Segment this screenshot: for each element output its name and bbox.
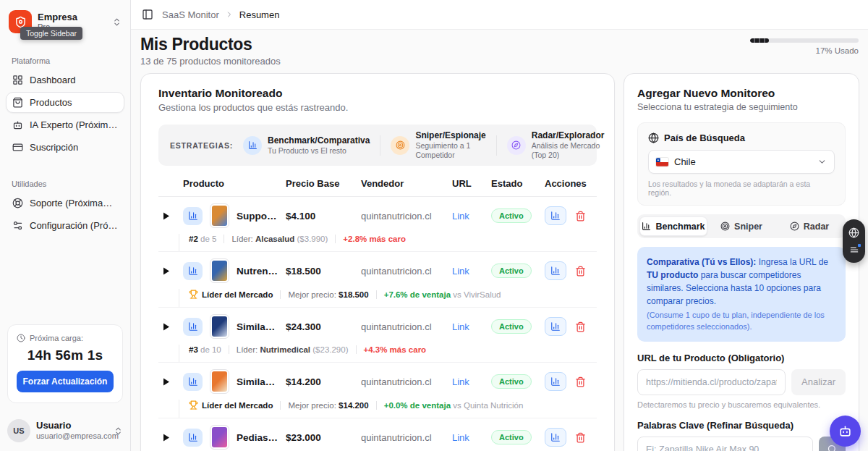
expand-row-button[interactable] [158, 319, 174, 334]
open-benchmark-button[interactable] [545, 428, 566, 447]
delete-row-button[interactable] [575, 266, 586, 277]
strategies-bar: ESTRATEGIAS: Benchmark/ComparativaTu Pro… [158, 125, 597, 166]
strategy-name: Benchmark/Comparativa [268, 135, 370, 146]
leader-name: Nutrimedical [260, 345, 310, 354]
row-actions [545, 206, 597, 225]
delete-row-button[interactable] [575, 432, 586, 443]
advantage-vs: vs VivirSalud [451, 290, 501, 299]
product-url-link[interactable]: Link [452, 266, 485, 277]
tab-benchmark[interactable]: Benchmark [639, 216, 707, 236]
sidebar-item-ia[interactable]: IA Experto (Próximamente) [6, 114, 124, 135]
sidebar-item-label: Suscripción [30, 142, 78, 153]
delete-row-button[interactable] [575, 211, 586, 222]
divider [376, 290, 377, 299]
force-refresh-button[interactable]: Forzar Actualización [17, 371, 114, 392]
content: Inventario Monitoreado Gestiona los prod… [131, 73, 868, 451]
user-menu[interactable]: US Usuario usuario@empresa.com [0, 413, 130, 451]
divider [224, 235, 224, 243]
base-price: $18.500 [286, 266, 355, 277]
delete-row-button[interactable] [575, 321, 586, 332]
product-thumbnail [210, 258, 229, 283]
tab-sniper[interactable]: Sniper [707, 216, 775, 236]
target-icon [391, 136, 409, 155]
status-cell: Activo [491, 208, 539, 223]
row-detail: Líder del MercadoMejor precio: $18.500+7… [179, 289, 597, 307]
product-url-link[interactable]: Link [452, 376, 485, 387]
strategy-desc: Seguimiento a 1 Competidor [415, 141, 485, 160]
product-url-input[interactable] [637, 369, 786, 395]
url-field-help: Detectaremos tu precio y buscaremos equi… [637, 400, 846, 409]
strategies-label: ESTRATEGIAS: [170, 141, 233, 150]
vendor: quintanutricion.cl [361, 376, 446, 387]
strategy-tabs: BenchmarkSniperRadar [637, 214, 846, 238]
expand-row-button[interactable] [158, 263, 174, 279]
best-price: $14.200 [339, 401, 369, 410]
expand-row-button[interactable] [158, 208, 174, 224]
status-badge: Activo [491, 319, 532, 334]
notification-dot [858, 244, 861, 247]
benchmark-badge-icon [183, 262, 203, 280]
divider [356, 345, 357, 354]
open-benchmark-button[interactable] [545, 372, 566, 391]
row-detail: #2 de 5Líder: Alcasalud ($3.990)+2.8% má… [179, 234, 597, 251]
sidebar-item-suscripcin[interactable]: Suscripción [6, 137, 124, 158]
sidebar-item-dashboard[interactable]: Dashboard [6, 69, 124, 90]
product-main-row: Similac Sensitive 375g$14.200quintanutri… [158, 369, 597, 394]
product-name: Pediasure 850g [237, 432, 280, 443]
info-bold-1: Comparativa (Tú vs Ellos): [647, 257, 756, 267]
product-url-link[interactable]: Link [452, 321, 485, 332]
country-select[interactable]: Chile [648, 150, 835, 174]
country-label: País de Búsqueda [664, 132, 745, 143]
base-price: $24.300 [286, 321, 355, 332]
benchmark-badge-icon [183, 207, 203, 225]
sidebar-item-label: Soporte (Próximamente) [30, 198, 118, 208]
assistant-fab[interactable] [830, 416, 861, 447]
base-price: $23.000 [286, 432, 355, 443]
panel-title: Agregar Nuevo Monitoreo [637, 87, 846, 100]
product-image [212, 371, 227, 392]
product-url-link[interactable]: Link [452, 211, 485, 222]
breadcrumb-root[interactable]: SaaS Monitor [162, 9, 219, 20]
expand-row-button[interactable] [158, 374, 174, 389]
sidebar-item-soporte[interactable]: Soporte (Próximamente) [6, 193, 124, 214]
products-table: ProductoPrecio BaseVendedorURLEstadoAcci… [141, 169, 614, 451]
analyze-button[interactable]: Analizar [791, 369, 846, 395]
dock-globe-button[interactable] [848, 227, 859, 238]
column-header: Producto [183, 178, 280, 189]
benchmark-badge-icon [183, 373, 203, 391]
panel-subtitle: Selecciona tu estrategia de seguimiento [637, 102, 846, 112]
open-benchmark-button[interactable] [545, 206, 566, 225]
sidebar-item-label: Configuración (Próximamen... [30, 220, 118, 231]
vendor: quintanutricion.cl [361, 211, 446, 222]
info-text-1: Ingresa la URL de [756, 257, 828, 267]
product-main-row: Similac 1 800g$24.300quintanutricion.clL… [158, 314, 597, 339]
tab-radar[interactable]: Radar [775, 216, 843, 236]
app-root: Empresa Pro Toggle Sidebar PlataformaDas… [0, 0, 868, 451]
status-badge: Activo [491, 374, 532, 389]
open-benchmark-button[interactable] [545, 261, 566, 280]
delete-row-button[interactable] [575, 376, 586, 387]
expand-row-button[interactable] [158, 429, 174, 445]
user-avatar: US [7, 419, 30, 442]
product-name: Nutren Senior 740g [237, 266, 280, 277]
benchmark-badge-icon [183, 429, 203, 447]
product-name: Similac Sensitive 375g [237, 376, 280, 387]
inventory-card: Inventario Monitoreado Gestiona los prod… [140, 73, 615, 451]
divider [280, 290, 281, 299]
divider [280, 401, 281, 410]
country-value: Chile [674, 156, 812, 167]
dock-list-button[interactable] [849, 245, 859, 255]
chile-flag-icon [656, 158, 668, 167]
keywords-input[interactable] [637, 437, 813, 451]
rank-position: #3 [189, 345, 198, 354]
panel-toggle-button[interactable] [140, 7, 155, 22]
sidebar-item-productos[interactable]: Productos [6, 92, 124, 113]
page-header: Mis Productos 13 de 75 productos monitor… [131, 30, 868, 73]
product-thumbnail [210, 369, 229, 394]
product-url-link[interactable]: Link [452, 432, 485, 443]
org-name: Empresa [38, 12, 106, 23]
open-benchmark-button[interactable] [545, 317, 566, 336]
status-badge: Activo [491, 264, 532, 278]
sidebar-item-configuracin[interactable]: Configuración (Próximamen... [6, 215, 124, 236]
product-cell: Nutren Senior 740g [183, 258, 280, 283]
